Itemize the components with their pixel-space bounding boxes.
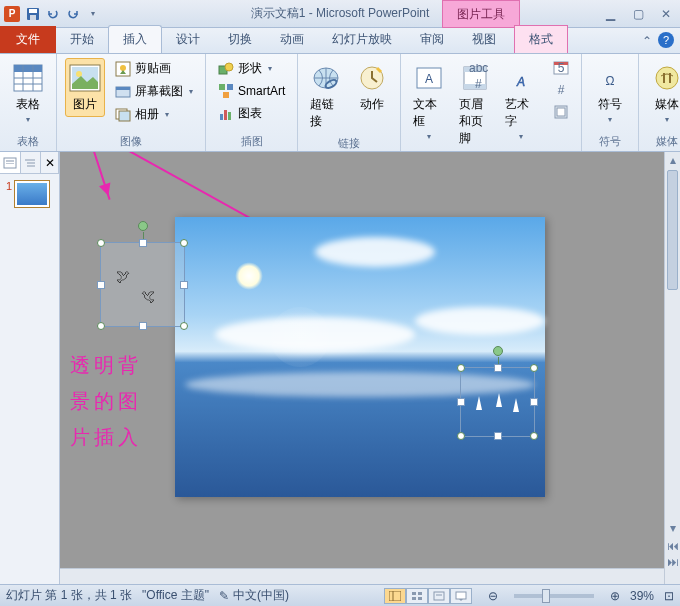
vertical-scrollbar[interactable]: ▴ ▾ ⏮ ⏭ [664,152,680,584]
minimize-ribbon-button[interactable]: ⌃ [642,34,652,48]
tab-format[interactable]: 格式 [514,25,568,53]
slidenum-button[interactable]: # [549,80,573,100]
resize-handle[interactable] [180,239,188,247]
resize-handle[interactable] [180,281,188,289]
minimize-button[interactable]: ▁ [600,6,620,22]
action-button[interactable]: 动作 [352,58,392,117]
save-button[interactable] [24,5,42,23]
svg-rect-21 [227,84,233,90]
slide-canvas[interactable]: 🕊 🕊 透明背景的图片插入 ▴ ▾ ⏮ ⏭ [60,152,680,584]
tab-slideshow[interactable]: 幻灯片放映 [318,26,406,53]
tab-home[interactable]: 开始 [56,26,108,53]
screenshot-button[interactable]: 屏幕截图▾ [111,81,197,102]
object-button[interactable] [549,102,573,122]
group-symbols: Ω符号▾ 符号 [582,54,639,151]
sorter-view-button[interactable] [406,588,428,604]
tab-transition[interactable]: 切换 [214,26,266,53]
resize-handle[interactable] [97,322,105,330]
language-button[interactable]: ✎中文(中国) [219,587,289,604]
zoom-slider[interactable] [514,594,594,598]
album-button[interactable]: 相册▾ [111,104,197,125]
tab-file[interactable]: 文件 [0,26,56,53]
smartart-label: SmartArt [238,84,285,98]
selected-image-birds[interactable]: 🕊 🕊 [100,242,185,327]
normal-view-button[interactable] [384,588,406,604]
resize-handle[interactable] [97,281,105,289]
sailboat-graphic [513,398,519,412]
tab-view[interactable]: 视图 [458,26,510,53]
tab-review[interactable]: 审阅 [406,26,458,53]
resize-handle[interactable] [139,322,147,330]
headerfooter-button[interactable]: abc#页眉和页脚 [455,58,495,151]
horizontal-scrollbar[interactable] [60,568,664,584]
resize-handle[interactable] [139,239,147,247]
zoom-in-button[interactable]: ⊕ [610,589,620,603]
date-button[interactable]: 5 [549,58,573,78]
svg-rect-22 [223,92,229,98]
rotate-handle[interactable] [493,346,503,356]
resize-handle[interactable] [494,364,502,372]
close-pane-button[interactable]: ✕ [41,152,59,173]
resize-handle[interactable] [530,364,538,372]
resize-handle[interactable] [457,398,465,406]
prev-slide-button[interactable]: ⏮ [665,538,680,554]
clipart-icon [115,61,131,77]
theme-info: "Office 主题" [142,587,209,604]
chart-label: 图表 [238,105,262,122]
zoom-out-button[interactable]: ⊖ [488,589,498,603]
reading-view-button[interactable] [428,588,450,604]
smartart-icon [218,83,234,99]
outline-tab[interactable] [21,152,42,173]
maximize-button[interactable]: ▢ [628,6,648,22]
zoom-slider-thumb[interactable] [542,589,550,603]
slide-thumbnail[interactable] [14,180,50,208]
date-icon: 5 [553,60,569,76]
tab-design[interactable]: 设计 [162,26,214,53]
tab-insert[interactable]: 插入 [108,25,162,53]
svg-rect-56 [418,597,422,600]
resize-handle[interactable] [494,432,502,440]
textbox-button[interactable]: A文本框▾ [409,58,449,145]
svg-rect-57 [434,592,444,600]
fit-to-window-button[interactable]: ⊡ [664,589,674,603]
chart-button[interactable]: 图表 [214,103,289,124]
qat-customize-button[interactable]: ▾ [84,5,102,23]
resize-handle[interactable] [97,239,105,247]
close-button[interactable]: ✕ [656,6,676,22]
resize-handle[interactable] [457,432,465,440]
resize-handle[interactable] [530,398,538,406]
picture-button[interactable]: 图片 [65,58,105,117]
rotate-handle[interactable] [138,221,148,231]
clipart-button[interactable]: 剪贴画 [111,58,197,79]
media-button[interactable]: 媒体▾ [647,58,680,128]
selected-image-sailboats[interactable] [460,367,535,437]
shapes-button[interactable]: 形状▾ [214,58,289,79]
headerfooter-label: 页眉和页脚 [459,96,491,147]
next-slide-button[interactable]: ⏭ [665,554,680,570]
tables-button[interactable]: 表格 ▾ [8,58,48,128]
zoom-level[interactable]: 39% [630,589,654,603]
slide-image[interactable] [175,217,545,497]
hyperlink-button[interactable]: 超链接 [306,58,346,134]
symbol-button[interactable]: Ω符号▾ [590,58,630,128]
picture-label: 图片 [73,96,97,113]
dropdown-icon: ▾ [26,115,30,124]
undo-button[interactable] [44,5,62,23]
resize-handle[interactable] [530,432,538,440]
scroll-up-button[interactable]: ▴ [665,152,680,168]
scroll-thumb[interactable] [667,170,678,290]
redo-button[interactable] [64,5,82,23]
svg-rect-24 [224,110,227,120]
wordart-label: 艺术字 [505,96,537,130]
resize-handle[interactable] [457,364,465,372]
tab-animation[interactable]: 动画 [266,26,318,53]
smartart-button[interactable]: SmartArt [214,81,289,101]
svg-text:A: A [516,75,525,89]
wordart-button[interactable]: A艺术字▾ [501,58,541,145]
scroll-down-button[interactable]: ▾ [665,520,680,536]
slides-tab[interactable] [0,152,21,173]
svg-rect-25 [228,112,231,120]
help-button[interactable]: ? [658,32,674,48]
resize-handle[interactable] [180,322,188,330]
slideshow-view-button[interactable] [450,588,472,604]
